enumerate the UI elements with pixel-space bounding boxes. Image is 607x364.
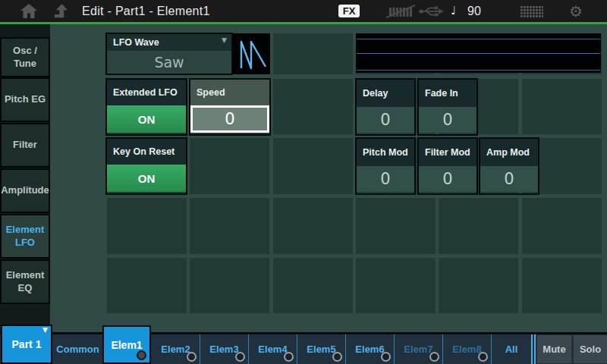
- tab-separator: [248, 334, 249, 364]
- key-on-reset-on-button[interactable]: ON: [107, 165, 186, 192]
- grid-cell: [190, 138, 269, 194]
- part-select-button[interactable]: Part 1 ▼: [1, 325, 52, 364]
- speed-label: Speed: [190, 80, 269, 105]
- grid-cell: [107, 258, 187, 313]
- tab-separator: [531, 334, 533, 364]
- filter-mod-value: 0: [419, 166, 476, 192]
- tab-elem7[interactable]: Elem7: [395, 334, 442, 364]
- extended-lfo-label: Extended LFO: [107, 80, 186, 105]
- pitch-mod-value: 0: [357, 166, 414, 192]
- mute-button[interactable]: Mute: [537, 335, 571, 363]
- tab-common[interactable]: Common: [53, 334, 102, 364]
- usb-icon: [418, 5, 444, 20]
- display-top-line: [357, 39, 600, 39]
- tab-separator: [345, 334, 346, 364]
- lfo-wave-dropdown[interactable]: LFO Wave ▼ Saw: [105, 33, 233, 75]
- sidebar-item-amplitude[interactable]: Amplitude: [0, 168, 50, 213]
- sidebar-item-pitch-eg[interactable]: Pitch EG: [0, 77, 50, 122]
- display-bottom-line: [357, 70, 600, 71]
- tab-all[interactable]: All: [492, 334, 531, 364]
- fade-in-field[interactable]: Fade In 0: [417, 78, 478, 136]
- top-status-bar: Edit - Part1 - Element1 FX: [0, 0, 607, 22]
- element-state-icon: [429, 352, 439, 362]
- grid-cell: [522, 79, 602, 134]
- grid-cell: [107, 198, 187, 254]
- tab-separator: [534, 334, 536, 364]
- speed-field[interactable]: Speed 0: [189, 78, 271, 136]
- extended-lfo-on-button[interactable]: ON: [107, 105, 186, 133]
- pads-grid-icon[interactable]: [521, 6, 543, 20]
- tab-elem4[interactable]: Elem4: [249, 334, 297, 364]
- grid-cell: [273, 33, 353, 74]
- tab-separator: [442, 334, 443, 364]
- part-select-label: Part 1: [12, 338, 42, 350]
- tab-elem6[interactable]: Elem6: [346, 334, 394, 364]
- pitch-mod-field[interactable]: Pitch Mod 0: [355, 137, 416, 195]
- grid-cell: [356, 258, 436, 313]
- fade-in-label: Fade In: [419, 80, 476, 107]
- grid-cell: [356, 198, 436, 254]
- home-icon[interactable]: [20, 3, 38, 22]
- tab-elem3[interactable]: Elem3: [200, 334, 248, 364]
- tab-separator: [394, 334, 395, 364]
- amp-mod-label: Amp Mod: [480, 139, 538, 166]
- key-on-reset-toggle[interactable]: Key On Reset ON: [105, 137, 187, 195]
- gear-icon[interactable]: ⚙: [569, 2, 583, 20]
- tab-elem8[interactable]: Elem8: [443, 334, 491, 364]
- grid-cell: [273, 138, 353, 194]
- delay-label: Delay: [357, 80, 414, 107]
- amp-mod-field[interactable]: Amp Mod 0: [479, 137, 539, 195]
- extended-lfo-toggle[interactable]: Extended LFO ON: [105, 78, 187, 136]
- tab-separator: [491, 334, 492, 364]
- grid-cell: [439, 258, 518, 313]
- lfo-wave-label: LFO Wave ▼: [107, 34, 231, 51]
- element-state-icon: [187, 352, 197, 362]
- tab-separator: [200, 334, 200, 364]
- filter-mod-label: Filter Mod: [419, 139, 476, 166]
- sidebar-item-element-lfo[interactable]: Element LFO: [0, 214, 50, 259]
- up-arrow-icon[interactable]: [53, 3, 70, 22]
- solo-button[interactable]: Solo: [574, 335, 607, 363]
- key-on-reset-label: Key On Reset: [107, 139, 186, 165]
- sidebar-item-filter[interactable]: Filter: [0, 123, 50, 168]
- delay-field[interactable]: Delay 0: [355, 78, 416, 136]
- page-title: Edit - Part1 - Element1: [82, 0, 210, 22]
- chevron-down-icon: ▼: [222, 36, 227, 44]
- grid-cell: [522, 258, 602, 313]
- lfo-wave-value: Saw: [107, 51, 231, 74]
- saw-wave-icon: [233, 33, 270, 74]
- sidebar-item-osc-tune[interactable]: Osc / Tune: [0, 37, 50, 77]
- lfo-display: [356, 33, 601, 73]
- tab-elem5[interactable]: Elem5: [297, 334, 345, 364]
- grid-cell: [273, 258, 353, 313]
- grid-cell: [439, 198, 518, 254]
- topbar-green-divider: [0, 22, 607, 24]
- speed-value: 0: [190, 105, 269, 133]
- element-state-icon: [332, 352, 342, 362]
- filter-mod-field[interactable]: Filter Mod 0: [417, 137, 478, 195]
- chevron-down-icon: ▼: [42, 326, 48, 334]
- quarter-note-icon[interactable]: ♩: [451, 4, 456, 17]
- element-state-icon: [235, 352, 245, 362]
- grid-cell: [273, 79, 353, 134]
- tab-elem2[interactable]: Elem2: [152, 334, 200, 364]
- tab-separator: [297, 334, 297, 364]
- fx-indicator[interactable]: FX: [338, 5, 360, 17]
- pitch-mod-label: Pitch Mod: [357, 139, 414, 166]
- keyboard-mute-icon: [386, 5, 415, 21]
- grid-cell: [190, 198, 269, 254]
- sidebar-item-element-eq[interactable]: Element EQ: [0, 259, 50, 304]
- grid-cell: [522, 198, 602, 254]
- tab-elem1-label: Elem1: [111, 339, 142, 351]
- element-state-icon: [381, 352, 391, 362]
- display-waveform-line: [357, 53, 600, 54]
- tab-elem1[interactable]: Elem1: [102, 325, 151, 364]
- fade-in-value: 0: [419, 107, 476, 133]
- tempo-value[interactable]: 90: [467, 5, 481, 18]
- amp-mod-value: 0: [480, 166, 538, 192]
- grid-cell: [273, 198, 353, 254]
- element-state-icon: [478, 352, 488, 362]
- grid-cell: [190, 258, 269, 313]
- element-state-icon: [137, 350, 146, 360]
- delay-value: 0: [357, 107, 414, 133]
